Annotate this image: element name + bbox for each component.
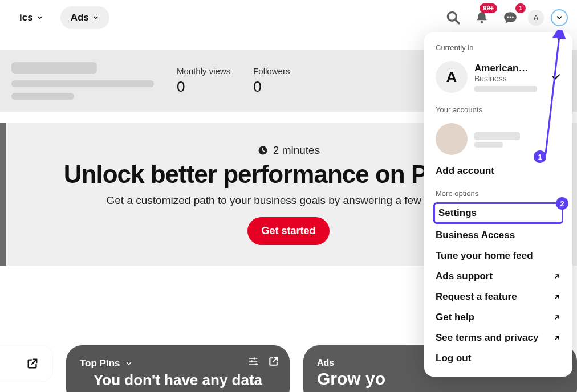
account-menu-toggle[interactable] xyxy=(551,9,568,26)
menu-settings[interactable]: Settings xyxy=(438,207,558,219)
menu-ads-support[interactable]: Ads support xyxy=(431,266,566,287)
external-arrow-icon xyxy=(553,334,561,342)
svg-point-2 xyxy=(481,21,483,23)
nav-ads[interactable]: Ads xyxy=(60,6,109,29)
chevron-down-icon xyxy=(125,360,133,368)
chevron-down-icon xyxy=(36,14,43,21)
avatar-mini[interactable]: A xyxy=(528,10,544,26)
avatar-letter: A xyxy=(534,14,539,22)
menu-request-feature-label: Request a feature xyxy=(436,291,517,303)
check-icon xyxy=(551,72,561,82)
external-link-icon[interactable] xyxy=(268,356,279,367)
menu-get-help-label: Get help xyxy=(436,312,474,323)
account-avatar-letter: A xyxy=(446,68,457,86)
top-pins-empty-title: You don't have any data yet! xyxy=(80,371,276,392)
account-name: American… xyxy=(474,62,544,74)
add-account-button[interactable]: Add account xyxy=(431,160,566,182)
svg-point-3 xyxy=(507,17,509,18)
notifications-button[interactable]: 99+ xyxy=(471,7,493,28)
nav-ads-label: Ads xyxy=(71,12,89,23)
profile-sub2-blurred xyxy=(11,93,74,100)
current-account-row[interactable]: A American… Business xyxy=(431,56,566,97)
annotation-step-1: 1 xyxy=(534,150,546,163)
messages-button[interactable]: 1 xyxy=(499,7,521,28)
nav-analytics-label: ics xyxy=(19,12,33,23)
menu-tune-feed-label: Tune your home feed xyxy=(436,250,533,262)
chat-icon xyxy=(503,10,518,25)
stat-followers: Followers 0 xyxy=(253,66,290,96)
svg-point-8 xyxy=(251,360,253,362)
svg-line-1 xyxy=(455,19,459,23)
search-button[interactable] xyxy=(442,7,464,28)
menu-business-access[interactable]: Business Access xyxy=(431,225,566,246)
chevron-down-icon xyxy=(92,14,99,21)
menu-request-feature[interactable]: Request a feature xyxy=(431,287,566,307)
settings-highlight: 2 Settings xyxy=(433,202,563,224)
top-bar: ics Ads 99+ 1 A xyxy=(0,0,577,35)
top-pins-header[interactable]: Top Pins xyxy=(80,358,276,369)
hero-duration: 2 minutes xyxy=(257,144,320,157)
external-link-icon xyxy=(26,357,39,370)
panel-your-accounts-label: Your accounts xyxy=(431,103,566,119)
external-arrow-icon xyxy=(553,313,561,321)
stat-monthly-views-label: Monthly views xyxy=(177,66,230,76)
notifications-badge: 99+ xyxy=(480,3,497,13)
annotation-step-2: 2 xyxy=(556,197,568,210)
menu-ads-support-label: Ads support xyxy=(436,271,493,282)
menu-log-out[interactable]: Log out xyxy=(431,348,566,369)
account-dropdown: Currently in A American… Business Your a… xyxy=(424,32,572,377)
stat-followers-label: Followers xyxy=(253,66,290,76)
menu-terms[interactable]: See terms and privacy xyxy=(431,328,566,348)
svg-point-4 xyxy=(510,17,511,18)
chevron-down-icon xyxy=(555,14,563,22)
menu-settings-label: Settings xyxy=(438,207,477,219)
hero-duration-text: 2 minutes xyxy=(273,144,320,157)
stat-followers-value: 0 xyxy=(253,78,290,96)
menu-tune-feed[interactable]: Tune your home feed xyxy=(431,246,566,266)
stat-monthly-views-value: 0 xyxy=(177,78,230,96)
top-pins-card[interactable]: Top Pins You don't have any data yet! xyxy=(66,345,290,392)
panel-currently-in-label: Currently in xyxy=(431,41,566,56)
profile-name-blurred xyxy=(11,62,97,74)
svg-point-9 xyxy=(255,363,257,365)
menu-business-access-label: Business Access xyxy=(436,230,515,241)
top-pins-label: Top Pins xyxy=(80,358,120,369)
menu-get-help[interactable]: Get help xyxy=(431,307,566,328)
svg-point-5 xyxy=(512,17,514,18)
stat-monthly-views: Monthly views 0 xyxy=(177,66,230,96)
clock-icon xyxy=(257,145,269,156)
svg-point-7 xyxy=(254,357,255,359)
profile-sub1-blurred xyxy=(11,80,154,87)
get-started-button[interactable]: Get started xyxy=(247,217,329,245)
external-arrow-icon xyxy=(553,293,561,301)
search-icon xyxy=(446,10,461,25)
account-type: Business xyxy=(474,74,544,84)
small-card[interactable] xyxy=(0,345,52,382)
menu-terms-label: See terms and privacy xyxy=(436,332,538,344)
secondary-account-name-blurred xyxy=(474,132,520,140)
messages-badge: 1 xyxy=(515,3,526,13)
profile-name-block xyxy=(11,62,154,100)
sliders-icon[interactable] xyxy=(247,356,259,367)
secondary-account-avatar xyxy=(436,123,468,155)
nav-analytics[interactable]: ics xyxy=(9,6,54,29)
account-avatar: A xyxy=(436,61,468,93)
hero-subtitle: Get a customized path to your business g… xyxy=(107,194,471,207)
secondary-account-sub-blurred xyxy=(474,142,503,148)
account-email-blurred xyxy=(474,86,537,92)
menu-log-out-label: Log out xyxy=(436,353,471,364)
external-arrow-icon xyxy=(553,272,561,280)
panel-more-options-label: More options xyxy=(431,187,566,202)
